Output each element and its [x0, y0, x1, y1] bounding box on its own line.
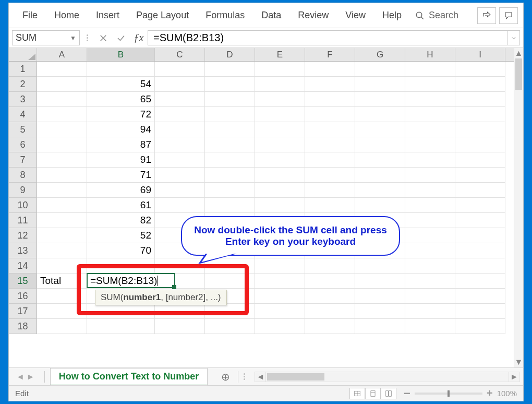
view-page-layout-button[interactable]: [365, 388, 381, 399]
col-header-d[interactable]: D: [205, 48, 255, 61]
row-header-2[interactable]: 2: [9, 77, 37, 92]
cell-e16[interactable]: [255, 289, 305, 304]
scroll-right-icon[interactable]: ►: [509, 372, 520, 382]
cell-b9[interactable]: 69: [87, 183, 155, 198]
zoom-slider[interactable]: [415, 393, 482, 395]
cell-b6[interactable]: 87: [87, 137, 155, 152]
cell-d1[interactable]: [205, 62, 255, 77]
cell-i12[interactable]: [455, 228, 505, 243]
cell-c8[interactable]: [155, 168, 205, 183]
scroll-down-icon[interactable]: ▼: [514, 357, 523, 367]
cell-i16[interactable]: [455, 289, 505, 304]
cell-g2[interactable]: [355, 77, 405, 92]
cell-h18[interactable]: [405, 319, 455, 334]
cell-g14[interactable]: [355, 258, 405, 274]
cell-c14[interactable]: [155, 258, 205, 274]
share-button[interactable]: [477, 7, 496, 24]
cell-b11[interactable]: 82: [87, 213, 155, 228]
cell-g18[interactable]: [355, 319, 405, 334]
cell-i2[interactable]: [455, 77, 505, 92]
cell-i7[interactable]: [455, 152, 505, 168]
vertical-scroll-thumb[interactable]: [515, 58, 522, 90]
cell-h7[interactable]: [405, 152, 455, 168]
cell-a9[interactable]: [37, 183, 87, 198]
cell-f4[interactable]: [305, 107, 355, 122]
scroll-left-icon[interactable]: ◄: [255, 372, 266, 382]
formula-input[interactable]: =SUM(B2:B13): [148, 30, 507, 45]
cell-g7[interactable]: [355, 152, 405, 168]
cell-f7[interactable]: [305, 152, 355, 168]
col-header-a[interactable]: A: [37, 48, 87, 61]
cell-f14[interactable]: [305, 258, 355, 274]
col-header-c[interactable]: C: [155, 48, 205, 61]
cell-i14[interactable]: [455, 258, 505, 274]
row-header-7[interactable]: 7: [9, 152, 37, 168]
cell-d5[interactable]: [205, 122, 255, 137]
cell-a4[interactable]: [37, 107, 87, 122]
tab-home[interactable]: Home: [46, 5, 88, 26]
enter-formula-button[interactable]: [112, 30, 130, 45]
cell-b2[interactable]: 54: [87, 77, 155, 92]
cell-a14[interactable]: [37, 258, 87, 274]
cell-g16[interactable]: [355, 289, 405, 304]
cell-f3[interactable]: [305, 92, 355, 107]
cell-h10[interactable]: [405, 198, 455, 213]
cell-h17[interactable]: [405, 304, 455, 319]
cell-c17[interactable]: [155, 304, 205, 319]
row-header-5[interactable]: 5: [9, 122, 37, 137]
cell-a5[interactable]: [37, 122, 87, 137]
cell-f8[interactable]: [305, 168, 355, 183]
cell-d18[interactable]: [205, 319, 255, 334]
cell-i15[interactable]: [455, 274, 505, 289]
select-all-corner[interactable]: [9, 48, 37, 62]
cell-h9[interactable]: [405, 183, 455, 198]
row-header-8[interactable]: 8: [9, 168, 37, 183]
name-box-dropdown-icon[interactable]: ▼: [70, 34, 76, 42]
cell-i9[interactable]: [455, 183, 505, 198]
cell-a1[interactable]: [37, 62, 87, 77]
cell-c5[interactable]: [155, 122, 205, 137]
zoom-in-button[interactable]: +: [487, 387, 493, 399]
cell-b17[interactable]: [87, 304, 155, 319]
add-sheet-button[interactable]: ⊕: [218, 370, 233, 384]
cell-h14[interactable]: [405, 258, 455, 274]
cell-g6[interactable]: [355, 137, 405, 152]
tab-insert[interactable]: Insert: [88, 5, 128, 26]
cell-f9[interactable]: [305, 183, 355, 198]
cell-h11[interactable]: [405, 213, 455, 228]
cell-a2[interactable]: [37, 77, 87, 92]
cell-b1[interactable]: [87, 62, 155, 77]
tab-data[interactable]: Data: [253, 5, 289, 26]
search-box[interactable]: Search: [410, 10, 464, 21]
cell-a12[interactable]: [37, 228, 87, 243]
h-scroll-thumb[interactable]: [267, 373, 324, 381]
cell-i10[interactable]: [455, 198, 505, 213]
cell-e5[interactable]: [255, 122, 305, 137]
cell-b7[interactable]: 91: [87, 152, 155, 168]
cell-i17[interactable]: [455, 304, 505, 319]
cell-g9[interactable]: [355, 183, 405, 198]
comments-button[interactable]: [499, 7, 518, 24]
row-header-10[interactable]: 10: [9, 198, 37, 213]
col-header-f[interactable]: F: [305, 48, 355, 61]
row-header-14[interactable]: 14: [9, 258, 37, 274]
cell-h3[interactable]: [405, 92, 455, 107]
col-header-b[interactable]: B: [87, 48, 155, 61]
cell-e6[interactable]: [255, 137, 305, 152]
cell-f6[interactable]: [305, 137, 355, 152]
cell-e1[interactable]: [255, 62, 305, 77]
cell-e10[interactable]: [255, 198, 305, 213]
row-header-13[interactable]: 13: [9, 243, 37, 258]
cell-f16[interactable]: [305, 289, 355, 304]
cell-f2[interactable]: [305, 77, 355, 92]
row-header-11[interactable]: 11: [9, 213, 37, 228]
horizontal-scrollbar[interactable]: ◄ ►: [255, 372, 520, 382]
cell-h5[interactable]: [405, 122, 455, 137]
cell-c10[interactable]: [155, 198, 205, 213]
cell-h16[interactable]: [405, 289, 455, 304]
cell-e3[interactable]: [255, 92, 305, 107]
col-header-e[interactable]: E: [255, 48, 305, 61]
view-page-break-button[interactable]: [381, 388, 396, 399]
cell-f10[interactable]: [305, 198, 355, 213]
cell-e14[interactable]: [255, 258, 305, 274]
